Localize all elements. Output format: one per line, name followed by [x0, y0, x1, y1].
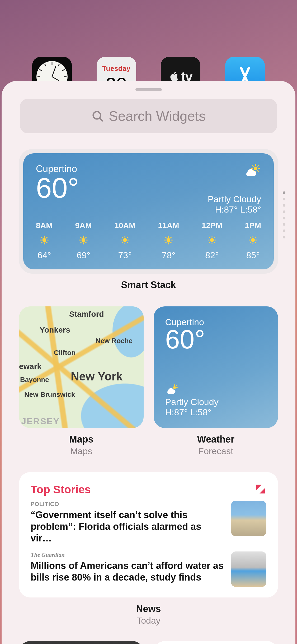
svg-line-59 — [255, 242, 256, 243]
sun-icon — [40, 235, 49, 245]
story-headline: Millions of Americans can’t afford water… — [31, 560, 224, 583]
weather-widget-large[interactable]: Cupertino 60° Partly Cloudy H:87° L:58° … — [23, 153, 274, 269]
hour-item: 8AM64° — [36, 221, 53, 260]
svg-line-40 — [166, 237, 167, 238]
svg-point-46 — [210, 238, 214, 242]
sun-icon — [120, 235, 130, 245]
svg-line-14 — [46, 242, 47, 243]
svg-line-27 — [86, 237, 86, 238]
next-widgets-row — [19, 641, 278, 644]
svg-line-44 — [166, 242, 167, 243]
svg-line-45 — [171, 237, 171, 238]
hour-time: 1PM — [245, 221, 261, 230]
svg-line-4 — [253, 165, 253, 166]
weather-small-temperature: 60° — [165, 327, 267, 351]
partly-cloudy-icon — [165, 384, 178, 394]
map-city-label: ewark — [19, 362, 41, 371]
story-source: The Guardian — [31, 551, 224, 558]
smart-stack-label: Smart Stack — [19, 279, 278, 291]
weather-high-low: H:87° L:58° — [215, 204, 261, 215]
map-region-label: JERSEY — [21, 416, 60, 426]
svg-line-53 — [209, 242, 210, 243]
svg-line-32 — [127, 242, 128, 243]
news-widget[interactable]: Top Stories POLITICO “Government itself … — [19, 472, 278, 597]
widget-peek[interactable] — [154, 641, 278, 644]
partly-cloudy-icon — [244, 164, 261, 177]
calendar-day-label: Tuesday — [102, 65, 130, 73]
map-city-label: Yonkers — [40, 325, 70, 334]
apple-news-icon — [255, 483, 266, 496]
smart-stack-widget[interactable]: Cupertino 60° Partly Cloudy H:87° L:58° … — [19, 149, 278, 274]
news-sublabel: Today — [19, 615, 278, 626]
svg-line-5 — [258, 171, 258, 171]
news-header: Top Stories — [31, 483, 91, 496]
hour-temp: 64° — [37, 250, 51, 260]
hour-item: 1PM85° — [245, 221, 261, 260]
svg-line-18 — [46, 237, 47, 238]
map-city-label: Stamford — [69, 310, 104, 319]
svg-line-17 — [41, 242, 42, 243]
hour-temp: 69° — [77, 250, 90, 260]
svg-point-10 — [42, 238, 46, 242]
svg-line-35 — [122, 242, 123, 243]
search-input[interactable]: Search Widgets — [20, 99, 277, 133]
search-icon — [91, 110, 104, 122]
hour-time: 10AM — [114, 221, 135, 230]
hour-time: 9AM — [75, 221, 92, 230]
svg-line-13 — [41, 237, 42, 238]
hour-time: 8AM — [36, 221, 53, 230]
maps-sublabel: Maps — [19, 446, 144, 456]
hour-temp: 85° — [246, 250, 260, 260]
svg-line-22 — [81, 237, 82, 238]
svg-line-26 — [81, 242, 82, 243]
svg-line-23 — [86, 242, 86, 243]
svg-line-63 — [255, 237, 256, 238]
weather-temperature: 60° — [36, 173, 79, 203]
widget-gallery-sheet[interactable]: Search Widgets Cupertino 60° Partly Clou… — [2, 81, 295, 644]
widget-peek[interactable] — [19, 641, 144, 644]
sun-icon — [79, 235, 88, 245]
hour-time: 11AM — [158, 221, 179, 230]
hour-item: 9AM69° — [75, 221, 92, 260]
sun-icon — [248, 235, 258, 245]
hour-item: 12PM82° — [202, 221, 222, 260]
sun-icon — [207, 235, 217, 245]
weather-sublabel: Forecast — [154, 446, 278, 456]
news-story[interactable]: POLITICO “Government itself can’t solve … — [31, 501, 266, 544]
sheet-grabber[interactable] — [135, 88, 162, 91]
story-thumbnail — [231, 501, 266, 536]
stack-page-dots — [283, 191, 285, 238]
svg-point-37 — [167, 238, 171, 242]
maps-widget[interactable]: Stamford Yonkers New Roche Clifton ewark… — [19, 306, 144, 428]
svg-line-41 — [171, 242, 171, 243]
weather-condition: Partly Cloudy — [208, 194, 261, 204]
svg-point-55 — [251, 238, 255, 242]
weather-label: Weather — [154, 434, 278, 445]
news-story[interactable]: The Guardian Millions of Americans can’t… — [31, 551, 266, 587]
svg-line-31 — [122, 237, 123, 238]
map-city-label: Bayonne — [20, 376, 49, 384]
map-city-label: New York — [71, 370, 122, 383]
svg-line-49 — [209, 237, 210, 238]
hour-item: 11AM78° — [158, 221, 179, 260]
hour-temp: 73° — [118, 250, 131, 260]
map-city-label: Clifton — [54, 349, 76, 357]
svg-line-9 — [258, 165, 258, 166]
story-source: POLITICO — [31, 501, 224, 508]
map-city-label: New Roche — [96, 337, 133, 345]
story-thumbnail — [231, 551, 266, 587]
svg-point-19 — [82, 238, 86, 242]
svg-point-28 — [123, 238, 127, 242]
sun-icon — [164, 235, 173, 245]
svg-line-58 — [250, 237, 251, 238]
hourly-forecast: 8AM64° 9AM69° 10AM73° 11AM78° 12PM82° 1P… — [36, 221, 261, 260]
weather-widget-small[interactable]: Cupertino 60° Partly Cloudy H:87° L:58° — [154, 306, 278, 428]
hour-temp: 78° — [162, 250, 175, 260]
hour-temp: 82° — [205, 250, 219, 260]
weather-small-condition: Partly Cloudy — [165, 397, 267, 407]
svg-line-54 — [214, 237, 215, 238]
maps-label: Maps — [19, 434, 144, 445]
hour-item: 10AM73° — [114, 221, 135, 260]
apple-logo-icon — [169, 71, 180, 82]
news-label: News — [19, 603, 278, 614]
